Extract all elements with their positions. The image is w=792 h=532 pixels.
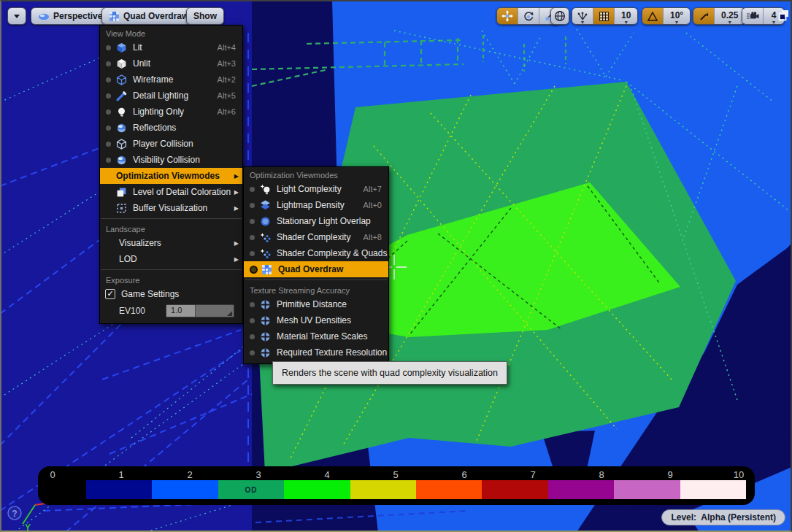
- collision-cube-icon: [116, 139, 127, 150]
- level-label: Level:: [671, 512, 696, 523]
- legend-number: 8: [599, 469, 604, 480]
- radio-icon: [106, 77, 111, 82]
- menu-item-visibility-collision[interactable]: Visibility Collision: [100, 152, 242, 168]
- scale-snap-toggle[interactable]: [693, 8, 715, 24]
- rotate-tool-button[interactable]: [518, 8, 539, 24]
- viewport-options-button[interactable]: [7, 7, 26, 25]
- world-coordinate-button[interactable]: [550, 7, 569, 25]
- legend-swatch: [350, 480, 416, 499]
- menu-item-visualizers[interactable]: Visualizers ▶: [100, 235, 242, 251]
- menu-item-wireframe[interactable]: Wireframe Alt+2: [100, 72, 242, 88]
- legend-number: 0: [50, 469, 55, 480]
- radio-icon: [250, 219, 255, 224]
- circle-plus-icon: [260, 347, 271, 358]
- bulb-icon: [116, 107, 127, 117]
- caret-down-icon: ▼: [623, 20, 628, 25]
- legend-swatch: OD: [218, 480, 284, 499]
- menu-item-optimization-viewmodes[interactable]: Optimization Viewmodes ▶: [100, 168, 242, 184]
- legend-swatch: [86, 480, 152, 499]
- help-icon[interactable]: ?: [8, 506, 21, 520]
- menu-item-lod[interactable]: LOD ▶: [100, 251, 242, 267]
- menu-item-light-complexity[interactable]: Light Complexity Alt+7: [244, 181, 388, 197]
- menu-item-mesh-uv-densities[interactable]: Mesh UV Densities: [244, 312, 388, 328]
- surface-snap-button[interactable]: ▼: [572, 8, 593, 24]
- menu-item-buffer-visualization[interactable]: Buffer Visualization ▶: [100, 200, 242, 216]
- menu-item-reflections[interactable]: Reflections: [100, 120, 242, 136]
- menu-item-required-texture-resolution[interactable]: Required Texture Resolution: [244, 344, 388, 361]
- grid-snap-toggle[interactable]: [593, 8, 615, 24]
- od-label: OD: [245, 486, 258, 494]
- legend-swatch: [152, 480, 218, 499]
- angle-snap-toggle[interactable]: [642, 8, 664, 24]
- ev100-slider[interactable]: 1.0 ◢: [166, 304, 234, 317]
- level-badge: Level: Alpha (Persistent): [661, 509, 785, 525]
- buffer-visualization-icon: [116, 203, 127, 214]
- legend-swatch: [482, 480, 547, 499]
- radio-selected-icon: [250, 266, 258, 274]
- scale-snap-group: 0.25 ▼: [693, 7, 745, 25]
- menu-item-lit[interactable]: Lit Alt+4: [100, 39, 242, 55]
- menu-separator: [245, 280, 388, 280]
- stationary-light-overlap-icon: [260, 216, 271, 227]
- drag-handle-icon[interactable]: ◢: [227, 309, 232, 317]
- texture-streaming-header: Texture Streaming Accuracy: [244, 282, 388, 296]
- quad-overdraw-icon: [261, 264, 272, 275]
- menu-item-unlit[interactable]: Unlit Alt+3: [100, 55, 242, 72]
- scale-snap-icon: [699, 11, 710, 22]
- angle-snap-value[interactable]: 10° ▼: [664, 8, 690, 24]
- radio-icon: [106, 61, 111, 66]
- menu-item-lighting-only[interactable]: Lighting Only Alt+6: [100, 104, 242, 120]
- caret-down-icon: ▼: [580, 20, 585, 25]
- legend-number: 4: [324, 469, 329, 480]
- game-settings-row[interactable]: ✓ Game Settings: [100, 286, 242, 301]
- menu-item-shader-complexity-quads[interactable]: Shader Complexity & Quads: [244, 245, 388, 261]
- grid-snap-value[interactable]: 10 ▼: [615, 8, 637, 24]
- legend-number: 6: [461, 469, 466, 480]
- exposure-header: Exposure: [100, 272, 242, 286]
- viewmode-menu: View Mode Lit Alt+4 Unlit Alt+3 Wirefram…: [99, 25, 243, 324]
- perspective-label: Perspective: [53, 11, 102, 21]
- optimization-submenu: Optimization Viewmodes Light Complexity …: [243, 166, 389, 364]
- menu-item-detail-lighting[interactable]: Detail Lighting Alt+5: [100, 88, 242, 104]
- camera-speed-icon: [746, 11, 759, 21]
- legend-swatches: OD: [86, 480, 746, 499]
- lod-coloration-icon: [116, 187, 127, 198]
- angle-snap-group: 10° ▼: [642, 7, 691, 25]
- grid-icon: [599, 11, 610, 22]
- lit-cube-icon: [116, 42, 127, 53]
- rotate-icon: [523, 10, 534, 22]
- move-tool-button[interactable]: [497, 8, 518, 24]
- legend-number: 9: [667, 469, 672, 480]
- menu-item-stationary-light-overlap[interactable]: Stationary Light Overlap: [244, 213, 388, 229]
- radio-icon: [250, 187, 255, 192]
- radio-icon: [106, 142, 111, 147]
- caret-down-icon: ▼: [772, 20, 777, 25]
- menu-item-material-texture-scales[interactable]: Material Texture Scales: [244, 328, 388, 344]
- menu-item-lightmap-density[interactable]: Lightmap Density Alt+0: [244, 197, 388, 213]
- camera-speed-button[interactable]: [742, 8, 764, 24]
- viewmode-label: Quad Overdraw: [123, 11, 188, 21]
- circle-plus-icon: [260, 315, 271, 326]
- show-button[interactable]: Show: [186, 7, 224, 25]
- menu-item-quad-overdraw[interactable]: Quad Overdraw: [244, 261, 388, 277]
- shader-complexity-icon: [260, 232, 271, 243]
- menu-item-shader-complexity[interactable]: Shader Complexity Alt+8: [244, 229, 388, 245]
- submenu-arrow-icon: ▶: [234, 173, 239, 180]
- optimization-submenu-header: Optimization Viewmodes: [244, 167, 388, 181]
- legend-swatch: [416, 480, 482, 499]
- scale-snap-value[interactable]: 0.25 ▼: [715, 8, 745, 24]
- radio-icon: [106, 45, 111, 50]
- radio-icon: [250, 350, 255, 355]
- menu-item-lod-coloration[interactable]: Level of Detail Coloration ▶: [100, 184, 242, 200]
- checkbox-checked-icon[interactable]: ✓: [105, 289, 115, 299]
- menu-item-primitive-distance[interactable]: Primitive Distance: [244, 296, 388, 312]
- svg-text:?: ?: [12, 509, 17, 519]
- maximize-viewport-button[interactable]: [777, 9, 792, 23]
- viewmode-button[interactable]: Quad Overdraw: [101, 7, 196, 25]
- axis-y-label: Y: [25, 523, 31, 532]
- viewmode-menu-header: View Mode: [100, 26, 242, 39]
- perspective-button[interactable]: Perspective: [31, 7, 109, 25]
- menu-item-player-collision[interactable]: Player Collision: [100, 136, 242, 152]
- legend-swatch: [548, 480, 614, 499]
- caret-down-icon: ▼: [727, 20, 732, 25]
